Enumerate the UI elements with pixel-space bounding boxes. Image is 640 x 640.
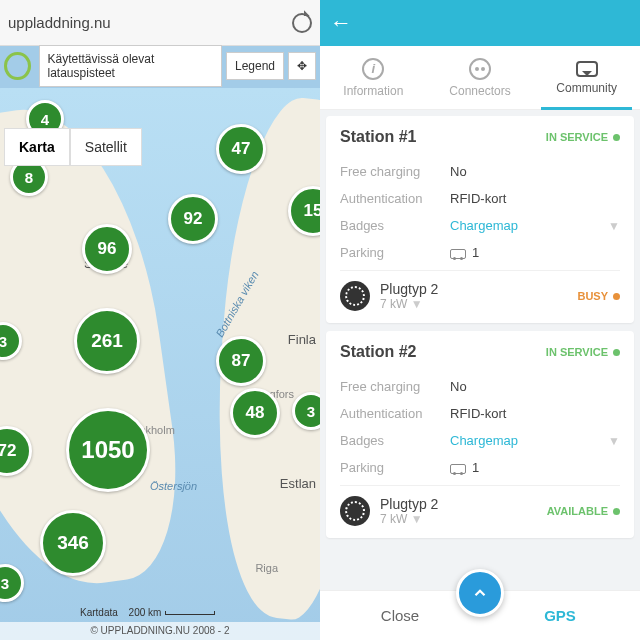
station-list: Station #1 IN SERVICE Free chargingNo Au… — [320, 110, 640, 590]
map-canvas[interactable]: Sverige Finla Estlan ckholm ngfors Riga … — [0, 88, 320, 640]
tab-information[interactable]: Information — [320, 46, 427, 109]
country-label: Estlan — [280, 476, 316, 491]
cluster-marker[interactable]: 1050 — [66, 408, 150, 492]
row-label: Free charging — [340, 164, 450, 179]
bottom-bar: Close GPS — [320, 590, 640, 640]
plug-name: Plugtyp 2 — [380, 281, 567, 297]
row-label: Authentication — [340, 406, 450, 421]
tab-connectors[interactable]: Connectors — [427, 46, 534, 109]
tab-bar: Information Connectors Community — [320, 46, 640, 110]
row-label: Parking — [340, 245, 450, 260]
row-label: Authentication — [340, 191, 450, 206]
cluster-marker[interactable]: 346 — [40, 510, 106, 576]
chevron-down-icon: ▼ — [411, 297, 423, 311]
plug-row[interactable]: Plugtyp 2 7 kW ▼ BUSY — [340, 270, 620, 315]
plug-name: Plugtyp 2 — [380, 496, 537, 512]
plug-status-badge: BUSY — [577, 290, 620, 302]
parking-value: 1 — [450, 245, 620, 260]
badges-link[interactable]: Chargemap — [450, 218, 608, 233]
station-title: Station #2 — [340, 343, 416, 361]
parking-value: 1 — [450, 460, 620, 475]
legend-button[interactable]: Legend — [226, 52, 284, 80]
kartdata-label: Kartdata — [80, 607, 118, 618]
refresh-icon[interactable] — [292, 13, 312, 33]
map-button[interactable]: Karta — [4, 128, 70, 166]
tab-label: Information — [343, 84, 403, 98]
station-title: Station #1 — [340, 128, 416, 146]
browser-bar: uppladdning.nu — [0, 0, 320, 46]
row-label: Parking — [340, 460, 450, 475]
station-card: Station #2 IN SERVICE Free chargingNo Au… — [326, 331, 634, 538]
cluster-marker[interactable]: 48 — [230, 388, 280, 438]
plug-status-badge: AVAILABLE — [547, 505, 620, 517]
expand-fab[interactable] — [456, 569, 504, 617]
satellite-button[interactable]: Satellit — [70, 128, 142, 166]
tab-label: Connectors — [449, 84, 510, 98]
plug-power: 7 kW ▼ — [380, 512, 537, 526]
cluster-marker[interactable]: 47 — [216, 124, 266, 174]
plug-type2-icon — [340, 281, 370, 311]
city-label: Riga — [255, 562, 278, 574]
badges-link[interactable]: Chargemap — [450, 433, 608, 448]
row-value: RFID-kort — [450, 406, 620, 421]
cluster-marker[interactable]: 3 — [0, 564, 24, 602]
connector-icon — [469, 58, 491, 80]
scale-value: 200 km — [129, 607, 162, 618]
map-scale: Kartdata 200 km — [80, 607, 215, 618]
tab-community[interactable]: Community — [533, 46, 640, 109]
car-icon — [450, 464, 466, 474]
map-type-controls: Karta Satellit — [4, 128, 142, 166]
plug-row[interactable]: Plugtyp 2 7 kW ▼ AVAILABLE — [340, 485, 620, 530]
right-panel: ← Information Connectors Community Stati… — [320, 0, 640, 640]
app-header: ← — [320, 0, 640, 46]
row-value: No — [450, 164, 620, 179]
row-label: Badges — [340, 433, 450, 448]
tab-label: Community — [556, 81, 617, 95]
gps-button[interactable]: GPS — [480, 607, 640, 624]
chat-icon — [576, 61, 598, 77]
row-label: Badges — [340, 218, 450, 233]
url-text[interactable]: uppladdning.nu — [8, 14, 284, 31]
status-badge: IN SERVICE — [546, 346, 620, 358]
row-value: RFID-kort — [450, 191, 620, 206]
row-value: No — [450, 379, 620, 394]
cluster-marker[interactable]: 96 — [82, 224, 132, 274]
info-icon — [362, 58, 384, 80]
status-badge: IN SERVICE — [546, 131, 620, 143]
cluster-marker[interactable]: 92 — [168, 194, 218, 244]
country-label: Finla — [288, 332, 316, 347]
left-panel: uppladdning.nu Käytettävissä olevat lata… — [0, 0, 320, 640]
plug-type2-icon — [340, 496, 370, 526]
expand-icon[interactable]: ✥ — [288, 52, 316, 80]
legend-row: Käytettävissä olevat latauspisteet Legen… — [0, 46, 320, 86]
chevron-down-icon[interactable]: ▼ — [608, 219, 620, 233]
close-button[interactable]: Close — [320, 607, 480, 624]
cluster-marker[interactable]: 261 — [74, 308, 140, 374]
car-icon — [450, 249, 466, 259]
water-label: Östersjön — [150, 480, 197, 492]
back-arrow-icon[interactable]: ← — [330, 10, 352, 36]
site-logo-icon — [4, 52, 31, 80]
chevron-down-icon: ▼ — [411, 512, 423, 526]
cluster-marker[interactable]: 87 — [216, 336, 266, 386]
filter-chip[interactable]: Käytettävissä olevat latauspisteet — [39, 45, 222, 87]
row-label: Free charging — [340, 379, 450, 394]
station-card: Station #1 IN SERVICE Free chargingNo Au… — [326, 116, 634, 323]
copyright: © UPPLADDNING.NU 2008 - 2 — [0, 622, 320, 640]
chevron-down-icon[interactable]: ▼ — [608, 434, 620, 448]
plug-power: 7 kW ▼ — [380, 297, 567, 311]
